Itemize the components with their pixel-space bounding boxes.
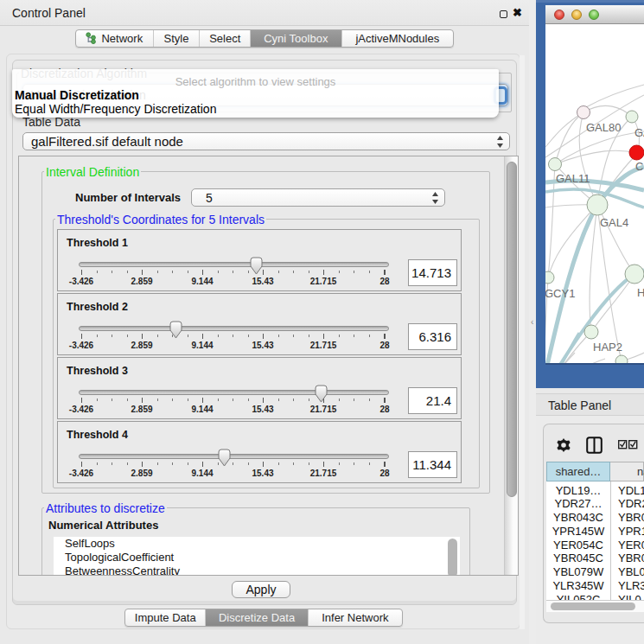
svg-text:GAL80: GAL80 [586, 121, 621, 134]
svg-text:GAL4: GAL4 [600, 216, 628, 229]
svg-text:H: H [637, 286, 644, 299]
svg-text:GAL11: GAL11 [556, 172, 590, 185]
svg-text:HAP2: HAP2 [593, 341, 622, 354]
svg-text:GCY1: GCY1 [545, 287, 575, 300]
svg-text:GA: GA [634, 126, 644, 139]
svg-text:C: C [635, 160, 643, 173]
